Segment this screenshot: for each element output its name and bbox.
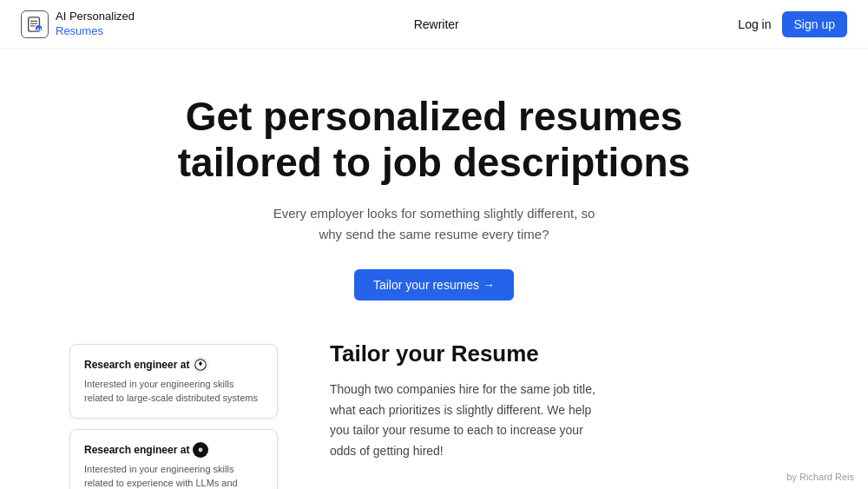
main-nav: Rewriter <box>414 17 459 31</box>
feature-body: Though two companies hire for the same j… <box>330 380 608 462</box>
anthropic-icon <box>193 442 208 458</box>
feature-heading: Tailor your Resume <box>330 340 799 367</box>
signup-button[interactable]: Sign up <box>782 11 847 37</box>
login-button[interactable]: Log in <box>738 17 771 31</box>
svg-point-8 <box>199 447 203 452</box>
lower-section: Research engineer at Interested in your … <box>0 340 868 489</box>
card-title-openai: Research engineer at <box>84 357 263 373</box>
logo-icon: AI <box>21 10 49 38</box>
resume-cards-column: Research engineer at Interested in your … <box>69 340 278 489</box>
card-label-1: Research engineer at <box>84 359 189 371</box>
resume-card-openai: Research engineer at Interested in your … <box>69 344 278 419</box>
logo[interactable]: AI AI Personalized Resumes <box>21 10 135 38</box>
hero-section: Get personalized resumes tailored to job… <box>0 49 868 332</box>
card-label-2: Research engineer at <box>84 444 189 456</box>
resume-card-anthropic: Research engineer at Interested in your … <box>69 429 278 489</box>
svg-text:AI: AI <box>36 26 42 31</box>
card-body-anthropic: Interested in your engineering skills re… <box>84 462 263 489</box>
openai-icon <box>193 357 208 373</box>
cta-button[interactable]: Tailor your resumes → <box>354 269 514 301</box>
header-actions: Log in Sign up <box>738 11 847 37</box>
feature-info: Tailor your Resume Though two companies … <box>330 340 799 462</box>
card-body-openai: Interested in your engineering skills re… <box>84 377 263 406</box>
hero-heading: Get personalized resumes tailored to job… <box>174 94 694 186</box>
card-title-anthropic: Research engineer at <box>84 442 263 458</box>
logo-text: AI Personalized Resumes <box>56 10 135 38</box>
hero-subtext: Every employer looks for something sligh… <box>269 203 599 245</box>
footer-credit: by Richard Reis <box>786 472 854 482</box>
nav-rewriter[interactable]: Rewriter <box>414 17 459 31</box>
